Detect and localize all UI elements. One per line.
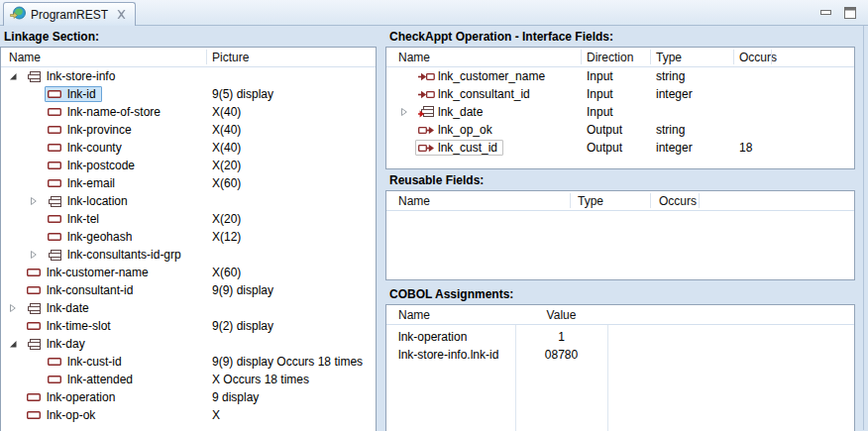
data-item-icon: [48, 144, 67, 152]
expand-arrow-icon[interactable]: [30, 250, 45, 260]
assignment-row[interactable]: lnk-store-info.lnk-id 08780: [386, 346, 854, 364]
linkage-tree-row[interactable]: lnk-province X(40): [1, 121, 376, 139]
program-rest-editor: ProgramREST Linkage Section:: [0, 0, 868, 430]
picture-value: 9(2) display: [212, 317, 273, 335]
interface-field-row[interactable]: lnk_op_ok Output string: [386, 121, 854, 139]
column-header-name[interactable]: Name: [9, 48, 41, 67]
linkage-tree-row[interactable]: lnk-op-ok X: [1, 406, 376, 424]
linkage-tree-row[interactable]: lnk-date: [1, 299, 376, 317]
field-node[interactable]: lnk_customer_name: [415, 68, 551, 84]
interface-field-row[interactable]: lnk_cust_id Output integer 18: [386, 139, 854, 157]
assignment-row[interactable]: lnk-operation 1: [386, 328, 854, 346]
linkage-tree-row[interactable]: lnk-consultant-id 9(9) display: [1, 281, 376, 299]
column-separator: [581, 50, 582, 64]
interface-field-row[interactable]: lnk_customer_name Input string: [386, 67, 854, 85]
tree-node[interactable]: lnk-location: [45, 193, 134, 209]
expand-arrow-icon[interactable]: [30, 196, 45, 206]
linkage-tree-row[interactable]: lnk-cust-id 9(9) display Occurs 18 times: [1, 353, 376, 371]
assignment-value: 1: [515, 328, 607, 346]
tree-node[interactable]: lnk-province: [45, 122, 138, 138]
column-header-picture[interactable]: Picture: [212, 48, 249, 67]
tree-node[interactable]: lnk-day: [24, 336, 91, 352]
column-header-value[interactable]: Value: [515, 305, 607, 325]
linkage-tree-row[interactable]: lnk-email X(60): [1, 174, 376, 192]
maximize-icon[interactable]: [844, 7, 856, 19]
tree-node[interactable]: lnk-consultants-id-grp: [45, 247, 187, 263]
interface-fields-table: Name Direction Type Occurs lnk_customer_…: [385, 47, 855, 169]
output-field-icon: [418, 126, 438, 135]
column-header-direction[interactable]: Direction: [587, 48, 633, 67]
tree-node[interactable]: lnk-id: [45, 86, 102, 102]
column-header-occurs[interactable]: Occurs: [659, 191, 697, 211]
tree-node[interactable]: lnk-customer-name: [24, 265, 155, 280]
linkage-tree-row[interactable]: lnk-county X(40): [1, 139, 376, 157]
linkage-tree-row[interactable]: lnk-customer-name X(60): [1, 264, 376, 281]
tree-node[interactable]: lnk-tel: [45, 211, 105, 227]
tree-node[interactable]: lnk-geohash: [45, 229, 138, 245]
expand-arrow-icon[interactable]: [400, 107, 415, 117]
tree-node[interactable]: lnk-postcode: [45, 158, 141, 173]
tree-node[interactable]: lnk-email: [45, 175, 121, 191]
tree-node[interactable]: lnk-time-slot: [24, 318, 117, 334]
field-node[interactable]: lnk_date: [415, 104, 488, 120]
interface-field-row[interactable]: lnk_consultant_id Input integer: [386, 85, 854, 103]
cobol-assignments-rows: lnk-operation 1 lnk-store-info.lnk-id 08…: [386, 325, 854, 364]
picture-value: 9(9) display: [212, 281, 273, 299]
close-tab-icon[interactable]: [116, 9, 127, 20]
column-separator: [650, 193, 651, 208]
group-item-icon: [27, 71, 47, 82]
operation-panel: CheckAppt Operation - Interface Fields: …: [385, 26, 855, 430]
linkage-tree: lnk-store-info lnk-id 9(5) display lnk-n…: [1, 67, 376, 424]
output-field-icon: [418, 144, 438, 153]
column-header-type[interactable]: Type: [578, 191, 603, 211]
tree-node[interactable]: lnk-consultant-id: [24, 282, 139, 298]
editor-content: Linkage Section: Name Picture lnk-store-…: [0, 26, 868, 430]
tree-node[interactable]: lnk-cust-id: [45, 354, 128, 370]
column-header-name[interactable]: Name: [398, 191, 430, 211]
direction-value: Output: [587, 139, 622, 157]
collapse-arrow-icon[interactable]: [9, 340, 24, 349]
web-program-icon: [10, 5, 26, 24]
type-value: integer: [656, 139, 693, 157]
field-node[interactable]: lnk_op_ok: [415, 122, 498, 138]
column-header-type[interactable]: Type: [656, 48, 682, 67]
linkage-tree-row[interactable]: lnk-attended X Occurs 18 times: [1, 371, 376, 388]
reusable-fields-header: Name Type Occurs: [386, 191, 854, 211]
tree-node[interactable]: lnk-store-info: [24, 68, 121, 84]
direction-value: Input: [587, 103, 613, 121]
linkage-tree-row[interactable]: lnk-tel X(20): [1, 210, 376, 228]
linkage-tree-row[interactable]: lnk-store-info: [1, 67, 376, 85]
field-node[interactable]: lnk_cust_id: [415, 140, 503, 156]
linkage-tree-row[interactable]: lnk-id 9(5) display: [1, 85, 376, 103]
field-node[interactable]: lnk_consultant_id: [415, 86, 536, 102]
field-name: lnk_op_ok: [438, 123, 492, 137]
linkage-tree-row[interactable]: lnk-geohash X(12): [1, 228, 376, 246]
linkage-tree-row[interactable]: lnk-time-slot 9(2) display: [1, 317, 376, 335]
type-value: string: [656, 67, 685, 85]
column-header-name[interactable]: Name: [398, 305, 430, 325]
linkage-tree-row[interactable]: lnk-name-of-store X(40): [1, 103, 376, 121]
linkage-tree-row[interactable]: lnk-operation 9 display: [1, 388, 376, 406]
tab-programrest[interactable]: ProgramREST: [3, 2, 136, 26]
expand-arrow-icon[interactable]: [9, 303, 24, 313]
field-name: lnk-location: [67, 194, 128, 208]
tree-node[interactable]: lnk-county: [45, 140, 128, 156]
data-item-icon: [48, 233, 67, 241]
cobol-assignments-table: Name Value lnk-operation 1 lnk-store-inf…: [385, 304, 855, 431]
linkage-tree-row[interactable]: lnk-location: [1, 192, 376, 210]
linkage-tree-row[interactable]: lnk-postcode X(20): [1, 157, 376, 174]
data-item-icon: [27, 411, 47, 419]
linkage-tree-row[interactable]: lnk-day: [1, 335, 376, 353]
tree-node[interactable]: lnk-attended: [45, 372, 139, 387]
field-name: lnk-postcode: [67, 159, 135, 172]
tree-node[interactable]: lnk-name-of-store: [45, 104, 166, 120]
tree-node[interactable]: lnk-date: [24, 300, 95, 316]
linkage-tree-row[interactable]: lnk-consultants-id-grp: [1, 246, 376, 264]
column-header-name[interactable]: Name: [398, 48, 430, 67]
tree-node[interactable]: lnk-operation: [24, 389, 121, 405]
tree-node[interactable]: lnk-op-ok: [24, 407, 101, 423]
type-value: integer: [656, 85, 693, 103]
minimize-icon[interactable]: [820, 10, 832, 16]
interface-field-row[interactable]: lnk_date Input: [386, 103, 854, 121]
collapse-arrow-icon[interactable]: [9, 72, 24, 81]
